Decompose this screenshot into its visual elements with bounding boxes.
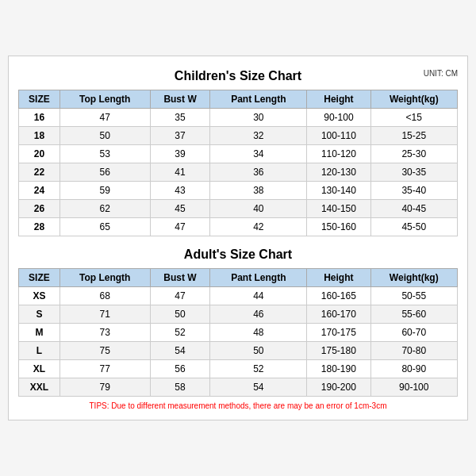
table-cell: 41	[150, 163, 210, 182]
table-cell: 40	[210, 200, 307, 218]
table-cell: 100-110	[307, 127, 370, 145]
table-cell: 80-90	[370, 360, 458, 378]
table-cell: 24	[19, 182, 60, 200]
col-size: SIZE	[19, 90, 60, 109]
table-cell: 140-150	[307, 200, 370, 218]
table-cell: 26	[19, 200, 60, 218]
tips-row: TIPS: Due to different measurement metho…	[19, 397, 458, 413]
table-cell: 30-35	[370, 163, 457, 182]
table-cell: 75	[60, 342, 150, 360]
children-title: Children's Size Chart	[175, 69, 301, 83]
table-cell: 110-120	[307, 145, 370, 163]
table-row: L755450175-18070-80	[19, 342, 458, 360]
table-cell: 35	[150, 109, 210, 127]
col-height: Height	[307, 90, 370, 109]
table-cell: 40-45	[370, 200, 457, 218]
table-cell: 53	[60, 145, 150, 163]
table-cell: 36	[210, 163, 307, 182]
table-cell: 48	[210, 324, 307, 342]
table-cell: 25-30	[370, 145, 457, 163]
chart-container: Children's Size Chart UNIT: CM SIZE Top …	[8, 56, 468, 420]
adult-col-height: Height	[307, 269, 370, 287]
table-row: 28654742150-16045-50	[19, 218, 458, 236]
table-row: XS684744160-16550-55	[19, 287, 458, 305]
table-cell: 130-140	[307, 182, 370, 200]
table-row: XXL795854190-20090-100	[19, 378, 458, 397]
table-row: M735248170-17560-70	[19, 324, 458, 342]
table-cell: 34	[210, 145, 307, 163]
table-cell: <15	[370, 109, 457, 127]
table-row: 24594338130-14035-40	[19, 182, 458, 200]
table-cell: 160-170	[307, 305, 370, 324]
table-cell: XL	[19, 360, 60, 378]
table-cell: 56	[60, 163, 150, 182]
table-cell: 180-190	[307, 360, 370, 378]
table-cell: 44	[210, 287, 307, 305]
table-cell: M	[19, 324, 60, 342]
table-cell: 46	[210, 305, 307, 324]
table-cell: 30	[210, 109, 307, 127]
table-cell: 37	[150, 127, 210, 145]
children-table: SIZE Top Length Bust W Pant Length Heigh…	[18, 90, 458, 236]
table-cell: 90-100	[307, 109, 370, 127]
table-cell: 18	[19, 127, 60, 145]
table-cell: 50	[210, 342, 307, 360]
col-weight: Weight(kg)	[370, 90, 457, 109]
adult-title: Adult's Size Chart	[184, 248, 292, 261]
table-row: S715046160-17055-60	[19, 305, 458, 324]
table-cell: 77	[60, 360, 150, 378]
table-cell: 59	[60, 182, 150, 200]
table-cell: 79	[60, 378, 150, 397]
adult-col-size: SIZE	[19, 269, 60, 287]
table-cell: 60-70	[370, 324, 458, 342]
table-cell: 58	[150, 378, 210, 397]
children-tbody: 1647353090-100<1518503732100-11015-25205…	[19, 109, 458, 236]
table-row: 20533934110-12025-30	[19, 145, 458, 163]
table-cell: XXL	[19, 378, 60, 397]
table-cell: 55-60	[370, 305, 458, 324]
adult-table: SIZE Top Length Bust W Pant Length Heigh…	[18, 268, 458, 412]
table-cell: 32	[210, 127, 307, 145]
adult-section-title: Adult's Size Chart	[18, 243, 458, 263]
unit-label: UNIT: CM	[424, 69, 458, 78]
table-cell: 50-55	[370, 287, 458, 305]
table-cell: 54	[210, 378, 307, 397]
table-cell: 52	[150, 324, 210, 342]
table-cell: 47	[60, 109, 150, 127]
table-cell: 170-175	[307, 324, 370, 342]
table-cell: 47	[150, 287, 210, 305]
table-cell: 45-50	[370, 218, 457, 236]
table-row: 1647353090-100<15	[19, 109, 458, 127]
table-cell: 70-80	[370, 342, 458, 360]
table-cell: 56	[150, 360, 210, 378]
table-cell: 73	[60, 324, 150, 342]
col-pant-length: Pant Length	[210, 90, 307, 109]
adult-col-top-length: Top Length	[60, 269, 150, 287]
table-row: 18503732100-11015-25	[19, 127, 458, 145]
table-cell: 50	[60, 127, 150, 145]
table-cell: 160-165	[307, 287, 370, 305]
table-row: 26624540140-15040-45	[19, 200, 458, 218]
table-cell: 35-40	[370, 182, 457, 200]
tips-text: TIPS: Due to different measurement metho…	[19, 397, 458, 413]
table-cell: 42	[210, 218, 307, 236]
table-cell: 28	[19, 218, 60, 236]
main-title: Children's Size Chart UNIT: CM	[18, 64, 458, 85]
table-cell: 50	[150, 305, 210, 324]
table-cell: 20	[19, 145, 60, 163]
table-cell: 71	[60, 305, 150, 324]
children-header-row: SIZE Top Length Bust W Pant Length Heigh…	[19, 90, 458, 109]
col-bust-w: Bust W	[150, 90, 210, 109]
table-cell: 62	[60, 200, 150, 218]
adult-header-row: SIZE Top Length Bust W Pant Length Heigh…	[19, 269, 458, 287]
table-row: XL775652180-19080-90	[19, 360, 458, 378]
table-cell: 47	[150, 218, 210, 236]
adult-col-weight: Weight(kg)	[370, 269, 458, 287]
table-cell: 15-25	[370, 127, 457, 145]
table-cell: 65	[60, 218, 150, 236]
table-cell: 190-200	[307, 378, 370, 397]
table-cell: 16	[19, 109, 60, 127]
adult-col-bust-w: Bust W	[150, 269, 210, 287]
adult-col-pant-length: Pant Length	[210, 269, 307, 287]
adult-tbody: XS684744160-16550-55S715046160-17055-60M…	[19, 287, 458, 397]
